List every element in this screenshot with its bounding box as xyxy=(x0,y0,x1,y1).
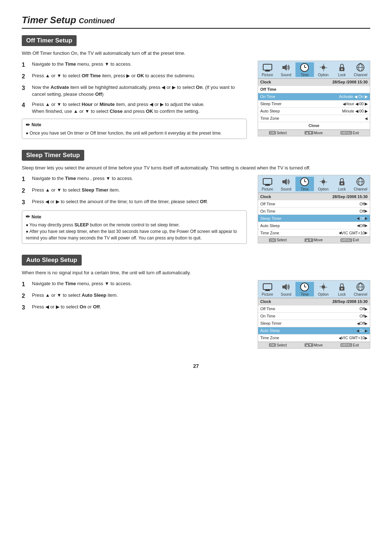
clock-value: 28/Sep /2008 15:30 xyxy=(332,80,368,84)
footer-label: Exit xyxy=(353,343,359,347)
menu-row-2: Auto Sleep Minute ◀ 00 ▶ xyxy=(258,108,370,115)
step-1: 1 Navigate to the Time menu , press ▼ to… xyxy=(22,175,247,184)
section-off-timer: Off Timer Setup With Off Timer function … xyxy=(22,35,370,139)
menu-icon-lock: Lock xyxy=(332,177,351,191)
menu-row-1: Sleep Timer ◀ Hour ◀ 00 ▶ xyxy=(258,100,370,108)
menu-icon-label-channel: Channel xyxy=(351,187,370,191)
clock-label: Clock xyxy=(260,299,332,304)
svg-point-22 xyxy=(341,183,343,184)
menu-icon-label-lock: Lock xyxy=(332,73,351,77)
menu-header-row: Clock 28/Sep /2008 15:30 xyxy=(258,79,370,86)
footer-btn: OK xyxy=(269,131,276,135)
menu-icon-channel: Channel xyxy=(351,62,370,77)
step-text: Press ▲ or ▼ to select Auto Sleep item. xyxy=(32,292,118,299)
note-bullet: ● Once you have set On timer or Off time… xyxy=(26,130,243,136)
section-header-auto-sleep: Auto Sleep Setup xyxy=(22,255,82,266)
menu-icon-picture: Picture xyxy=(258,282,277,296)
menu-icon-label-channel: Channel xyxy=(351,73,370,77)
menu-close-row: Close xyxy=(258,122,370,130)
step-number: 3 xyxy=(22,198,30,207)
menu-icon-picture: Picture xyxy=(258,177,277,191)
menu-icon-time: Time xyxy=(295,177,314,191)
note-icon: ✏ xyxy=(26,213,30,221)
title-main: Timer Setup xyxy=(22,15,76,25)
step-3: 3 Press ◀ or ▶ to select On or Off. xyxy=(22,303,247,312)
menu-header-row: Clock 28/Sep /2008 15:30 xyxy=(258,298,370,305)
tv-menu-footer: OK Select ▲▼ Move MENU Exit xyxy=(258,342,370,348)
svg-rect-26 xyxy=(263,284,272,290)
menu-row-0: Off Time Off ▶ xyxy=(258,305,370,313)
menu-icon-lock: Lock xyxy=(332,62,351,77)
svg-point-33 xyxy=(322,285,325,289)
left-arrow-icon: ◀ xyxy=(357,216,360,220)
menu-icon-sound: Sound xyxy=(277,177,295,191)
menu-icon-label-sound: Sound xyxy=(277,292,295,296)
step-3: 3 Now the Activate item will be highligh… xyxy=(22,84,247,98)
menu-icon-label-time: Time xyxy=(295,292,314,296)
clock-label: Clock xyxy=(260,80,332,84)
tv-menu-sleep-timer: Picture Sound Time Option Lock Channel C… xyxy=(258,175,370,243)
section-intro-sleep-timer: Sleep timer lets you select the amount o… xyxy=(22,164,370,172)
close-label: Close xyxy=(309,123,319,128)
note-box: ✏ Note ● You may directly press SLEEP bu… xyxy=(22,210,247,244)
svg-point-9 xyxy=(341,69,343,70)
footer-btn: ▲▼ xyxy=(305,238,313,242)
left-arrow: ◀ xyxy=(365,116,368,120)
footer-btn: MENU xyxy=(340,238,352,242)
step-text: Navigate to the Time menu, press ▼ to ac… xyxy=(32,280,132,287)
footer-item-move: ▲▼ Move xyxy=(305,131,323,135)
footer-item-exit: MENU Exit xyxy=(340,131,359,135)
right-arrow-icon: ▶ xyxy=(365,329,368,333)
left-arrow-icon: ◀ xyxy=(339,231,342,235)
svg-rect-2 xyxy=(265,71,270,71)
step-number: 3 xyxy=(22,303,30,312)
section-auto-sleep: Auto Sleep Setup When there is no signal… xyxy=(22,255,370,349)
left-arrow-icon: ◀ xyxy=(339,336,342,340)
menu-icon-lock: Lock xyxy=(332,282,351,296)
menu-header-row: Clock 28/Sep /2008 15:30 xyxy=(258,193,370,200)
menu-icon-label-option: Option xyxy=(314,187,332,191)
steps-col-auto-sleep: 1 Navigate to the Time menu, press ▼ to … xyxy=(22,280,247,315)
menu-icon-picture: Picture xyxy=(258,62,277,77)
step-number: 4 xyxy=(22,101,30,110)
menu-col-auto-sleep: Picture Sound Time Option Lock Channel C… xyxy=(258,280,370,349)
menu-row-4: Time Zone ◀ VIC GMT+10 ▶ xyxy=(258,229,370,237)
footer-label: Select xyxy=(277,238,287,242)
footer-btn: ▲▼ xyxy=(305,343,313,347)
step-text: Navigate to the Time menu, press ▼ to ac… xyxy=(32,61,132,68)
footer-item-select: OK Select xyxy=(269,343,287,347)
footer-label: Select xyxy=(277,343,287,347)
menu-icon-option: Option xyxy=(314,282,332,296)
menu-row-2: Sleep Timer ◀ Off ▶ xyxy=(258,215,370,222)
svg-point-35 xyxy=(341,288,343,290)
footer-btn: OK xyxy=(269,238,276,242)
footer-item-exit: MENU Exit xyxy=(340,343,359,347)
menu-icon-option: Option xyxy=(314,62,332,77)
page-title: Timer Setup Continued xyxy=(22,15,370,29)
menu-icon-label-lock: Lock xyxy=(332,292,351,296)
step-text: Press ▲ or ▼ to select Sleep Timer item. xyxy=(32,186,120,194)
tv-menu-footer: OK Select ▲▼ Move MENU Exit xyxy=(258,237,370,243)
footer-label: Move xyxy=(314,131,323,135)
menu-col-sleep-timer: Picture Sound Time Option Lock Channel C… xyxy=(258,175,370,243)
menu-row-3: Auto Sleep ◀ On ▶ xyxy=(258,327,370,335)
menu-icon-label-picture: Picture xyxy=(258,187,277,191)
menu-row-3: Auto Sleep ◀ Off ▶ xyxy=(258,222,370,229)
footer-btn: OK xyxy=(269,343,276,347)
section-body-auto-sleep: 1 Navigate to the Time menu, press ▼ to … xyxy=(22,280,370,349)
menu-icon-label-picture: Picture xyxy=(258,292,277,296)
section-body-sleep-timer: 1 Navigate to the Time menu , press ▼ to… xyxy=(22,175,370,244)
menu-row-3: Time Zone ◀ xyxy=(258,115,370,122)
menu-icon-time: Time xyxy=(295,282,314,296)
right-arrow-icon: ▶ xyxy=(365,209,368,213)
step-number: 3 xyxy=(22,84,30,93)
step-number: 1 xyxy=(22,175,30,184)
step-4: 4 Press ▲ or ▼ to select Hour or Minute … xyxy=(22,101,247,115)
note-bullet: ● After you have set sleep timer, when t… xyxy=(26,228,243,241)
svg-point-20 xyxy=(322,180,325,184)
tv-menu-auto-sleep: Picture Sound Time Option Lock Channel C… xyxy=(258,280,370,349)
footer-item-move: ▲▼ Move xyxy=(305,343,323,347)
footer-label: Select xyxy=(277,131,287,135)
right-arrow-icon: ▶ xyxy=(365,202,368,206)
svg-rect-14 xyxy=(266,184,269,185)
